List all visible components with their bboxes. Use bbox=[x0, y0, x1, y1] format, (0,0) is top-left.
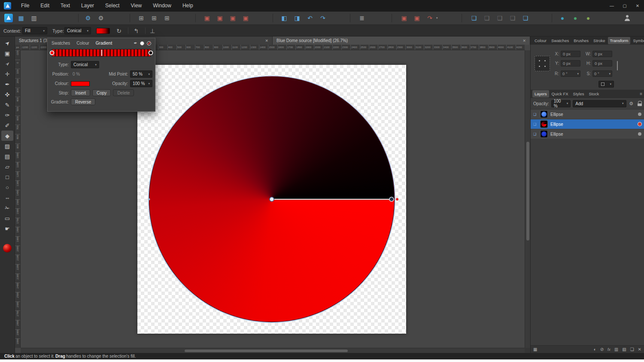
adjustment-icon[interactable]: ◐ bbox=[594, 347, 596, 352]
reverse-gradient-icon[interactable]: ↰ bbox=[131, 26, 141, 36]
rotation-input[interactable]: 0 ° ▾ bbox=[561, 70, 580, 77]
ellipse-tool[interactable]: ○ bbox=[1, 182, 13, 192]
tab-stock[interactable]: Stock bbox=[586, 90, 601, 97]
crop-tool[interactable]: ▱ bbox=[1, 161, 13, 172]
group-icon[interactable]: ❏ bbox=[521, 13, 530, 23]
tab-transform[interactable]: Transform bbox=[608, 37, 631, 44]
menu-text[interactable]: Text bbox=[55, 0, 76, 12]
layer-effects-icon[interactable]: fx bbox=[608, 347, 611, 352]
doc-tab-blue-dome[interactable]: Blue Dome source [Modified] (26.7%) ✕ bbox=[273, 37, 530, 45]
view-quality-icon[interactable]: ● bbox=[558, 13, 567, 23]
shear-indicator[interactable] bbox=[617, 61, 618, 70]
move-to-back-icon[interactable]: ❏ bbox=[508, 13, 517, 23]
horizontal-scrollbar[interactable] bbox=[21, 348, 525, 353]
w-input[interactable]: 0 px bbox=[592, 51, 612, 57]
gradient-stop-start[interactable] bbox=[50, 51, 55, 55]
blend-options-gear-icon[interactable]: ⚙ bbox=[629, 100, 634, 106]
tab-quick-fx[interactable]: Quick FX bbox=[550, 90, 571, 97]
layer-name[interactable]: Ellipse bbox=[550, 112, 635, 117]
layer-thumbnail[interactable] bbox=[540, 110, 548, 118]
tab-layers[interactable]: Layers bbox=[532, 90, 549, 97]
rotate-cw-icon[interactable]: ↷ bbox=[318, 13, 328, 23]
tab-colour[interactable]: Colour bbox=[532, 37, 549, 44]
tab-brushes[interactable]: Brushes bbox=[571, 37, 591, 44]
vector-brush-tool[interactable]: ✑ bbox=[1, 110, 13, 120]
layer-thumbnail[interactable] bbox=[540, 130, 548, 138]
sync-fill-icon[interactable]: ↻ bbox=[114, 26, 124, 36]
colour-picker-icon[interactable]: ✒ bbox=[134, 41, 137, 46]
menu-help[interactable]: Help bbox=[177, 0, 199, 12]
gradient-type-select[interactable]: Conical ▾ bbox=[64, 27, 91, 34]
menu-layer[interactable]: Layer bbox=[76, 0, 100, 12]
close-icon[interactable]: ✕ bbox=[261, 39, 268, 43]
tab-stroke[interactable]: Stroke bbox=[591, 37, 607, 44]
close-icon[interactable]: ✕ bbox=[519, 39, 526, 43]
rectangle-tool[interactable]: □ bbox=[1, 172, 13, 182]
vertical-scrollbar-thumb[interactable] bbox=[526, 142, 529, 240]
tab-colour[interactable]: Colour bbox=[76, 41, 89, 46]
view-mode-icon[interactable]: ● bbox=[571, 13, 580, 23]
anchor-point-selector[interactable] bbox=[535, 56, 550, 71]
frame-text-tool[interactable]: ▭ bbox=[1, 213, 13, 223]
insert-target-icon[interactable]: ▣ bbox=[399, 13, 409, 23]
visibility-toggle[interactable] bbox=[638, 122, 641, 126]
lock-layer-icon[interactable] bbox=[638, 101, 641, 106]
position-value[interactable]: 0 % bbox=[71, 72, 102, 76]
insert-behind-icon[interactable]: ▣ bbox=[202, 13, 212, 23]
account-person-icon[interactable] bbox=[623, 13, 632, 23]
pixel-persona-icon[interactable]: ▦ bbox=[16, 13, 26, 23]
visibility-toggle[interactable] bbox=[638, 132, 641, 136]
layer-row[interactable]: ❏ Ellipse bbox=[531, 129, 644, 139]
transparency-tool[interactable]: ▨ bbox=[1, 141, 13, 151]
stop-colour-swatch[interactable] bbox=[71, 81, 90, 86]
tab-swatches[interactable]: Swatches bbox=[549, 37, 571, 44]
colour-picker-tool[interactable]: ✁ bbox=[1, 203, 13, 213]
close-button[interactable]: ✕ bbox=[631, 0, 644, 12]
shape-tool[interactable]: ⇔ bbox=[1, 192, 13, 203]
move-to-front-icon[interactable]: ❏ bbox=[469, 13, 479, 23]
x-input[interactable]: 0 px bbox=[561, 51, 580, 57]
no-fill-icon[interactable] bbox=[147, 41, 151, 46]
designer-persona-icon[interactable] bbox=[4, 14, 13, 22]
pencil-tool[interactable]: ✎ bbox=[1, 100, 13, 110]
menu-file[interactable]: File bbox=[15, 0, 35, 12]
transform-options-dropdown[interactable]: ▾ bbox=[598, 81, 614, 88]
pen-tool[interactable]: ✒ bbox=[1, 79, 13, 89]
ellipse-shape[interactable] bbox=[149, 76, 395, 322]
menu-view[interactable]: View bbox=[125, 0, 147, 12]
export-persona-icon[interactable]: ▥ bbox=[29, 13, 39, 23]
artboard[interactable] bbox=[137, 65, 406, 334]
gradient-swatch[interactable] bbox=[96, 28, 110, 34]
layer-row-selected[interactable]: ❏ Ellipse bbox=[531, 119, 644, 129]
fill-tool[interactable]: ◆ bbox=[1, 131, 13, 141]
y-input[interactable]: 0 px bbox=[561, 60, 580, 67]
ruler-unit[interactable]: px bbox=[15, 45, 21, 50]
snapping-options-icon[interactable]: ⊞ bbox=[162, 13, 172, 23]
paint-brush-tool[interactable]: ✐ bbox=[1, 120, 13, 131]
preferences-gear-icon[interactable]: ⚙ bbox=[83, 13, 93, 23]
gradient-stop-handle[interactable] bbox=[396, 198, 399, 201]
chevron-down-icon[interactable]: ▾ bbox=[436, 16, 438, 20]
maintain-fill-aspect-icon[interactable]: ⊥ bbox=[148, 26, 157, 36]
rotate-ccw-icon[interactable]: ↶ bbox=[305, 13, 315, 23]
opacity-select[interactable]: 100 % ▾ bbox=[551, 100, 571, 107]
empty-mask-icon[interactable]: ⊘ bbox=[600, 347, 604, 352]
gradient-midpoint-handle[interactable] bbox=[101, 50, 102, 56]
menu-edit[interactable]: Edit bbox=[35, 0, 55, 12]
live-filter-icon[interactable]: ▥ bbox=[614, 347, 618, 352]
alignment-icon[interactable]: ≣ bbox=[357, 13, 367, 23]
layer-row[interactable]: ❏ Ellipse bbox=[531, 110, 644, 119]
menu-window[interactable]: Window bbox=[147, 0, 177, 12]
layer-thumbnail[interactable] bbox=[540, 120, 548, 128]
snapping-grid-icon[interactable]: ⊞ bbox=[137, 13, 146, 23]
horizontal-scrollbar-thumb[interactable] bbox=[185, 350, 348, 352]
fill-colour-indicator[interactable] bbox=[3, 244, 12, 252]
insert-stop-button[interactable]: Insert bbox=[71, 89, 90, 96]
visibility-toggle[interactable] bbox=[638, 113, 641, 116]
new-layer-icon[interactable]: ▧ bbox=[622, 347, 626, 352]
stop-opacity-select[interactable]: 100 % ▾ bbox=[130, 80, 152, 87]
gradient-stop-end[interactable] bbox=[149, 51, 153, 55]
tab-gradient[interactable]: Gradient bbox=[96, 41, 112, 46]
maximize-button[interactable]: ▢ bbox=[618, 0, 631, 12]
replace-selection-icon[interactable]: ▣ bbox=[241, 13, 250, 23]
